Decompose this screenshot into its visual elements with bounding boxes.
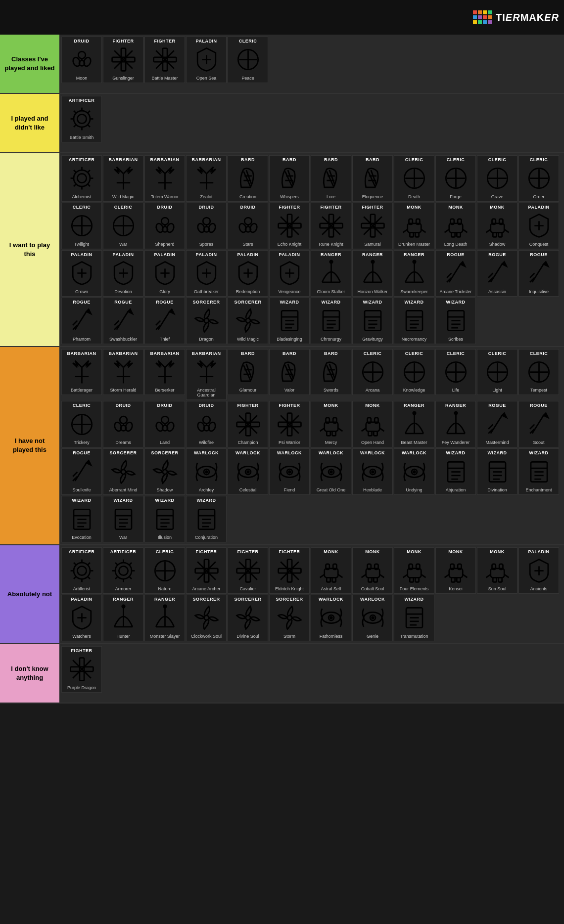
rogue-icon: [482, 409, 512, 439]
class-item: MONKCobalt Soul: [352, 547, 393, 594]
class-subname: Peace: [241, 76, 254, 81]
svg-line-172: [114, 321, 119, 325]
class-name: ROGUE: [530, 403, 548, 408]
svg-line-31: [74, 125, 76, 128]
class-subname: Tempest: [530, 388, 547, 393]
class-subname: War: [119, 535, 127, 540]
warlock-icon: [275, 457, 304, 486]
class-subname: Clockwork Soul: [191, 634, 222, 639]
class-name: FIGHTER: [362, 205, 383, 210]
ranger-icon: [399, 259, 429, 288]
class-name: MONK: [407, 205, 422, 210]
svg-line-166: [530, 273, 534, 278]
svg-line-398: [338, 574, 342, 577]
class-item: WARLOCKCelestial: [228, 448, 268, 495]
class-subname: Open Hand: [361, 440, 384, 445]
ranger-icon: [441, 409, 470, 439]
class-subname: Undying: [406, 487, 422, 492]
class-subname: Fey Wanderer: [442, 440, 470, 445]
svg-point-177: [204, 318, 208, 323]
class-subname: Archfey: [199, 487, 214, 492]
svg-rect-121: [415, 233, 419, 237]
paladin-icon: [275, 259, 304, 288]
class-item: DRUIDStars: [228, 203, 268, 249]
class-subname: Life: [452, 388, 460, 393]
wizard-icon: [150, 504, 180, 534]
class-name: BARD: [241, 352, 255, 356]
cleric-icon: [441, 357, 470, 387]
druid-icon: [108, 409, 138, 439]
class-subname: Cavalier: [239, 586, 256, 591]
class-subname: Shepherd: [155, 242, 174, 247]
class-subname: Soulknife: [72, 487, 91, 492]
class-subname: Spores: [199, 242, 214, 247]
class-item: FIGHTERCavalier: [228, 547, 268, 594]
class-item: FIGHTERSamurai: [352, 203, 393, 249]
svg-line-371: [129, 563, 132, 565]
class-name: CLERIC: [405, 158, 423, 163]
artificer-icon: [108, 556, 138, 585]
druid-icon: [233, 211, 263, 241]
barbarian-icon: [191, 357, 221, 387]
class-name: PALADIN: [71, 253, 93, 258]
class-subname: Crown: [75, 289, 88, 294]
class-name: ARTIFICER: [69, 550, 95, 555]
class-item: BARDWhispers: [269, 155, 310, 202]
monk-icon: [399, 211, 429, 241]
svg-rect-380: [195, 568, 204, 572]
tier-content-5: FIGHTERPurple Dragon: [59, 644, 564, 703]
svg-rect-111: [370, 215, 375, 223]
class-subname: Armorer: [115, 586, 132, 591]
class-name: FIGHTER: [321, 205, 342, 210]
svg-rect-99: [287, 215, 291, 223]
class-item: BARBARIANWild Magic: [103, 155, 143, 202]
class-name: ROGUE: [447, 253, 465, 258]
class-subname: Glamour: [239, 388, 257, 393]
class-item: MONKAstral Self: [311, 547, 351, 594]
svg-rect-378: [204, 559, 208, 568]
svg-line-397: [320, 574, 324, 577]
svg-rect-112: [370, 228, 375, 237]
svg-point-32: [77, 174, 86, 183]
tier-label-1: I played and didn't like: [0, 94, 59, 152]
svg-line-404: [361, 574, 366, 577]
class-item: WIZARDBladesinging: [269, 298, 310, 344]
class-subname: Open Sea: [196, 76, 217, 81]
class-item: RANGERHunter: [103, 595, 143, 641]
class-subname: Drunken Master: [398, 242, 430, 247]
tier-label-3: I have not played this: [0, 347, 59, 545]
class-name: WARLOCK: [235, 451, 260, 456]
svg-line-359: [74, 563, 76, 565]
class-name: ROGUE: [156, 300, 174, 305]
monk-icon: [358, 409, 387, 439]
barbarian-icon: [150, 164, 180, 193]
class-name: CLERIC: [73, 403, 91, 408]
svg-rect-106: [329, 228, 333, 237]
class-item: MONKShadow: [477, 203, 517, 249]
class-name: ROGUE: [530, 253, 548, 258]
svg-point-317: [413, 471, 415, 473]
class-subname: Ancestral Guardian: [188, 388, 225, 397]
class-name: SORCERER: [192, 300, 220, 305]
class-name: PALADIN: [196, 39, 217, 44]
tier-label-5: I don't know anything: [0, 644, 59, 703]
class-subname: Swashbuckler: [109, 337, 137, 342]
class-item: CLERICTwilight: [61, 203, 102, 249]
class-name: RANGER: [362, 253, 383, 258]
wizard-icon: [482, 457, 512, 486]
svg-line-39: [88, 184, 90, 187]
class-item: MONKMercy: [311, 401, 351, 447]
class-item: DRUIDLand: [144, 401, 185, 447]
tier-row-0: Classes I've played and likedDRUIDMoonFI…: [0, 35, 564, 94]
class-item: BARBARIANStorm Herald: [103, 349, 143, 396]
class-item: CLERICTempest: [518, 349, 559, 396]
class-name: SORCERER: [234, 300, 261, 305]
class-subname: Battlerager: [71, 388, 93, 393]
rogue-icon: [150, 306, 180, 336]
svg-rect-456: [79, 671, 84, 680]
class-item: PALADINOpen Sea: [186, 37, 227, 83]
svg-rect-266: [287, 427, 291, 436]
svg-point-33: [74, 170, 90, 186]
class-name: WIZARD: [529, 451, 549, 456]
class-subname: Celestial: [239, 487, 257, 492]
